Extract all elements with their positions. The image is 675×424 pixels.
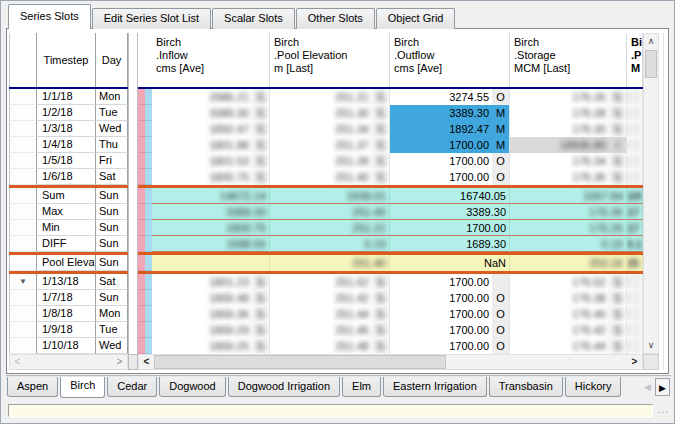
timestep-cell[interactable]: Sum [37, 188, 96, 204]
object-tab-transbasin[interactable]: Transbasin [489, 377, 563, 397]
grid-cell[interactable]: 1800.36S [152, 306, 270, 322]
grid-cell[interactable]: 1801.53S [152, 153, 270, 169]
pane-splitter[interactable] [128, 33, 138, 354]
row-marker-cell[interactable] [9, 137, 37, 153]
day-cell[interactable]: Sat [96, 274, 128, 290]
grid-cell[interactable]: 1700.00M [390, 137, 510, 153]
object-tab-aspen[interactable]: Aspen [7, 377, 58, 397]
left-pane-hscrollbar[interactable]: < > [9, 354, 128, 370]
grid-cell[interactable]: 16740.05 [390, 188, 510, 204]
grid-cell[interactable]: 1800.48S [152, 290, 270, 306]
grid-cell[interactable]: 176.3 [627, 169, 643, 185]
tab-scalar-slots[interactable]: Scalar Slots [212, 8, 295, 29]
day-cell[interactable]: Tue [96, 322, 128, 338]
day-cell[interactable]: Wed [96, 338, 128, 354]
scroll-up-icon[interactable]: ∧ [644, 34, 658, 49]
row-marker-cell[interactable] [9, 121, 37, 137]
grid-cell[interactable]: 1700.00O [390, 306, 510, 322]
object-tab-hickory[interactable]: Hickory [565, 377, 622, 397]
grid-cell[interactable]: 1700.00O [390, 153, 510, 169]
grid-cell[interactable]: 14672.14 [152, 188, 270, 204]
timestep-cell[interactable]: 1/4/18 [37, 137, 96, 153]
row-marker-cell[interactable] [9, 306, 37, 322]
grid-cell[interactable]: 17 [627, 204, 643, 220]
object-tab-cedar[interactable]: Cedar [107, 377, 157, 397]
row-marker-cell[interactable] [9, 204, 37, 220]
grid-cell[interactable]: 1801.23S [152, 274, 270, 290]
grid-cell[interactable]: 1800.29S [152, 322, 270, 338]
grid-cell[interactable]: 176.36S [510, 169, 627, 185]
column-header-birch-inflow-cms-ave-[interactable]: Birch.Inflowcms [Ave] [152, 33, 270, 87]
grid-cell[interactable]: 251.39S [270, 153, 390, 169]
timestep-cell[interactable]: Max [37, 204, 96, 220]
day-cell[interactable]: Sun [96, 290, 128, 306]
grid-cell[interactable]: 18936.80I [510, 137, 627, 153]
grid-cell[interactable]: 3274.55O [390, 89, 510, 105]
row-marker-cell[interactable] [9, 255, 37, 271]
grid-cell[interactable]: 251.21S [270, 89, 390, 105]
timestep-cell[interactable]: DIFF [37, 236, 96, 252]
timestep-column-header[interactable]: Timestep [37, 33, 96, 87]
grid-cell[interactable]: 251.62S [270, 274, 390, 290]
grid-cell[interactable]: 251.44S [270, 306, 390, 322]
grid-cell[interactable]: 1892.47M [390, 121, 510, 137]
grid-cell[interactable]: 176.2 [627, 105, 643, 121]
grid-cell[interactable]: 1892.47S [152, 121, 270, 137]
grid-cell[interactable]: 251.40 [270, 255, 390, 271]
grid-cell[interactable]: 251.40 [270, 204, 390, 220]
grid-cell[interactable]: 176.3 [627, 121, 643, 137]
row-marker-cell[interactable] [9, 220, 37, 236]
timestep-cell[interactable]: 1/2/18 [37, 105, 96, 121]
scroll-right-icon[interactable]: > [112, 355, 127, 369]
main-hscrollbar[interactable]: < > [138, 354, 643, 370]
column-header-birch-pool-elevation-m-last-[interactable]: Birch.Pool Elevationm [Last] [270, 33, 390, 87]
grid-cell[interactable]: 176.40S [510, 306, 627, 322]
row-marker-cell[interactable] [9, 105, 37, 121]
grid-cell[interactable]: 176.3 [627, 137, 643, 153]
grid-cell[interactable]: 2986.21S [152, 89, 270, 105]
grid-cell[interactable]: 1700.00O [390, 322, 510, 338]
day-cell[interactable]: Thu [96, 137, 128, 153]
grid-cell[interactable]: 1800.75S [152, 169, 270, 185]
object-tab-elm[interactable]: Elm [342, 377, 381, 397]
timestep-cell[interactable]: 1/13/18 [37, 274, 96, 290]
tab-series-slots[interactable]: Series Slots [8, 4, 91, 29]
timestep-cell[interactable]: 1/1/18 [37, 89, 96, 105]
scroll-left-icon[interactable]: < [10, 355, 25, 369]
grid-cell[interactable]: 3389.30 [152, 204, 270, 220]
grid-cell[interactable]: 0.1 [627, 236, 643, 252]
grid-cell[interactable]: 251.30S [270, 105, 390, 121]
vertical-scrollbar-thumb[interactable] [645, 50, 657, 78]
grid-cell[interactable]: 176.38S [510, 290, 627, 306]
grid-cell[interactable]: 3389.30M [390, 105, 510, 121]
day-column-header[interactable]: Day [96, 33, 128, 87]
grid-cell[interactable]: 251.37S [270, 137, 390, 153]
grid-cell[interactable]: 17 [627, 220, 643, 236]
day-cell[interactable]: Sat [96, 169, 128, 185]
day-cell[interactable]: Fri [96, 153, 128, 169]
column-header-birch-outflow-cms-ave-[interactable]: Birch.Outflowcms [Ave] [390, 33, 510, 87]
grid-cell[interactable]: 176.36 [510, 204, 627, 220]
grid-cell[interactable]: 17.6 [627, 274, 643, 290]
vertical-scrollbar[interactable]: ∧ ∨ [643, 33, 659, 354]
day-cell[interactable]: Tue [96, 105, 128, 121]
timestep-cell[interactable]: 1/9/18 [37, 322, 96, 338]
timestep-cell[interactable]: 1/3/18 [37, 121, 96, 137]
column-header-bi-p-m[interactable]: Bi.PM [627, 33, 643, 87]
grid-cell[interactable]: 176.30S [510, 121, 627, 137]
grid-cell[interactable]: 1800.75 [152, 220, 270, 236]
grid-cell[interactable]: 1689.30 [390, 236, 510, 252]
grid-cell[interactable]: 1588.55 [152, 236, 270, 252]
grid-cell[interactable]: 176.44S [510, 338, 627, 354]
grid-cell[interactable]: 1057.84 [510, 188, 627, 204]
timestep-cell[interactable]: 1/6/18 [37, 169, 96, 185]
row-marker-cell[interactable] [9, 169, 37, 185]
day-cell[interactable]: Wed [96, 121, 128, 137]
splitter-adjust-box[interactable] [128, 354, 138, 370]
tab-edit-series-slot-list[interactable]: Edit Series Slot List [92, 8, 211, 29]
row-marker-cell[interactable] [9, 290, 37, 306]
grid-cell[interactable]: 251.46S [270, 322, 390, 338]
grid-cell[interactable]: 1700.00O [390, 338, 510, 354]
row-marker-cell[interactable] [9, 322, 37, 338]
object-tab-eastern-irrigation[interactable]: Eastern Irrigation [383, 377, 487, 397]
